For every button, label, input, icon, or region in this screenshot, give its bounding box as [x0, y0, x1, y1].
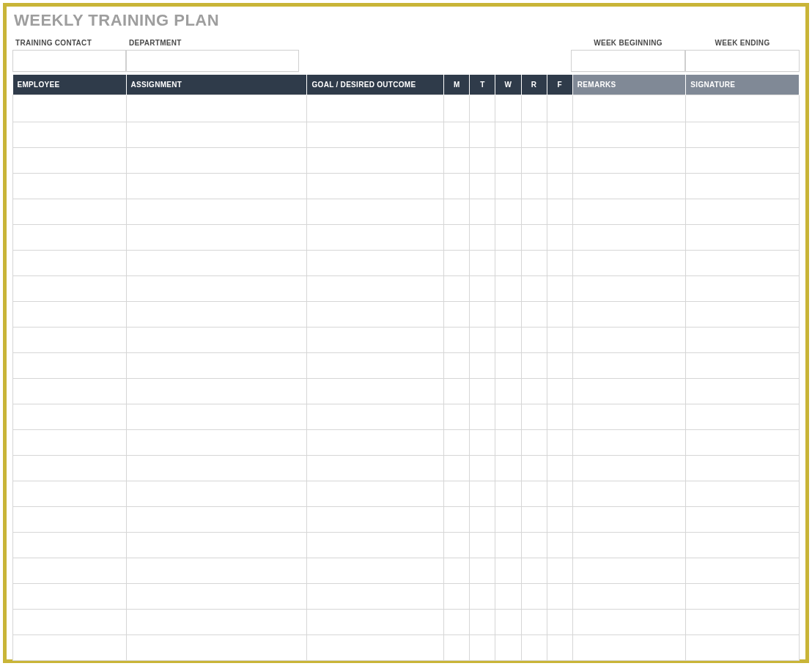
cell-t[interactable]	[470, 122, 495, 148]
cell-r[interactable]	[521, 558, 547, 584]
cell-signature[interactable]	[686, 379, 800, 404]
cell-t[interactable]	[470, 610, 495, 635]
cell-assignment[interactable]	[126, 148, 307, 174]
cell-f[interactable]	[547, 95, 572, 122]
cell-f[interactable]	[547, 481, 572, 507]
cell-m[interactable]	[444, 328, 470, 353]
cell-t[interactable]	[470, 456, 495, 481]
cell-goal[interactable]	[307, 122, 444, 148]
cell-r[interactable]	[521, 328, 547, 353]
cell-r[interactable]	[521, 302, 547, 328]
cell-r[interactable]	[521, 379, 547, 404]
cell-remarks[interactable]	[572, 95, 686, 122]
cell-assignment[interactable]	[126, 430, 307, 456]
cell-signature[interactable]	[686, 174, 800, 199]
cell-goal[interactable]	[307, 199, 444, 225]
cell-t[interactable]	[470, 148, 495, 174]
cell-m[interactable]	[444, 225, 470, 251]
cell-employee[interactable]	[13, 456, 127, 481]
cell-assignment[interactable]	[126, 328, 307, 353]
cell-remarks[interactable]	[572, 251, 686, 276]
cell-f[interactable]	[547, 404, 572, 430]
cell-r[interactable]	[521, 95, 547, 122]
cell-w[interactable]	[495, 379, 521, 404]
cell-f[interactable]	[547, 558, 572, 584]
cell-m[interactable]	[444, 353, 470, 379]
cell-goal[interactable]	[307, 584, 444, 610]
cell-signature[interactable]	[686, 199, 800, 225]
cell-employee[interactable]	[13, 174, 127, 199]
cell-m[interactable]	[444, 456, 470, 481]
cell-goal[interactable]	[307, 635, 444, 661]
cell-assignment[interactable]	[126, 610, 307, 635]
cell-r[interactable]	[521, 456, 547, 481]
cell-assignment[interactable]	[126, 404, 307, 430]
cell-employee[interactable]	[13, 533, 127, 558]
cell-r[interactable]	[521, 174, 547, 199]
cell-t[interactable]	[470, 199, 495, 225]
cell-signature[interactable]	[686, 328, 800, 353]
cell-signature[interactable]	[686, 148, 800, 174]
cell-remarks[interactable]	[572, 148, 686, 174]
cell-remarks[interactable]	[572, 353, 686, 379]
cell-r[interactable]	[521, 251, 547, 276]
cell-remarks[interactable]	[572, 199, 686, 225]
cell-employee[interactable]	[13, 379, 127, 404]
cell-goal[interactable]	[307, 174, 444, 199]
cell-w[interactable]	[495, 456, 521, 481]
cell-assignment[interactable]	[126, 558, 307, 584]
cell-assignment[interactable]	[126, 199, 307, 225]
cell-employee[interactable]	[13, 584, 127, 610]
cell-assignment[interactable]	[126, 302, 307, 328]
cell-m[interactable]	[444, 302, 470, 328]
cell-f[interactable]	[547, 302, 572, 328]
cell-remarks[interactable]	[572, 481, 686, 507]
cell-goal[interactable]	[307, 302, 444, 328]
cell-m[interactable]	[444, 635, 470, 661]
cell-m[interactable]	[444, 533, 470, 558]
cell-employee[interactable]	[13, 95, 127, 122]
cell-w[interactable]	[495, 533, 521, 558]
cell-t[interactable]	[470, 533, 495, 558]
cell-goal[interactable]	[307, 430, 444, 456]
cell-r[interactable]	[521, 225, 547, 251]
cell-assignment[interactable]	[126, 225, 307, 251]
cell-assignment[interactable]	[126, 635, 307, 661]
cell-goal[interactable]	[307, 507, 444, 533]
cell-employee[interactable]	[13, 558, 127, 584]
cell-remarks[interactable]	[572, 533, 686, 558]
cell-signature[interactable]	[686, 404, 800, 430]
cell-employee[interactable]	[13, 225, 127, 251]
cell-w[interactable]	[495, 225, 521, 251]
cell-t[interactable]	[470, 379, 495, 404]
cell-t[interactable]	[470, 430, 495, 456]
cell-goal[interactable]	[307, 558, 444, 584]
cell-r[interactable]	[521, 122, 547, 148]
cell-m[interactable]	[444, 95, 470, 122]
cell-remarks[interactable]	[572, 558, 686, 584]
cell-assignment[interactable]	[126, 95, 307, 122]
cell-signature[interactable]	[686, 584, 800, 610]
cell-goal[interactable]	[307, 533, 444, 558]
cell-signature[interactable]	[686, 507, 800, 533]
cell-remarks[interactable]	[572, 430, 686, 456]
cell-t[interactable]	[470, 507, 495, 533]
cell-r[interactable]	[521, 430, 547, 456]
cell-f[interactable]	[547, 148, 572, 174]
cell-t[interactable]	[470, 353, 495, 379]
cell-assignment[interactable]	[126, 276, 307, 302]
cell-w[interactable]	[495, 199, 521, 225]
cell-f[interactable]	[547, 225, 572, 251]
cell-employee[interactable]	[13, 302, 127, 328]
cell-w[interactable]	[495, 328, 521, 353]
cell-r[interactable]	[521, 148, 547, 174]
cell-f[interactable]	[547, 533, 572, 558]
cell-employee[interactable]	[13, 122, 127, 148]
cell-employee[interactable]	[13, 507, 127, 533]
cell-t[interactable]	[470, 225, 495, 251]
cell-t[interactable]	[470, 558, 495, 584]
cell-w[interactable]	[495, 610, 521, 635]
cell-employee[interactable]	[13, 610, 127, 635]
cell-m[interactable]	[444, 481, 470, 507]
cell-remarks[interactable]	[572, 174, 686, 199]
